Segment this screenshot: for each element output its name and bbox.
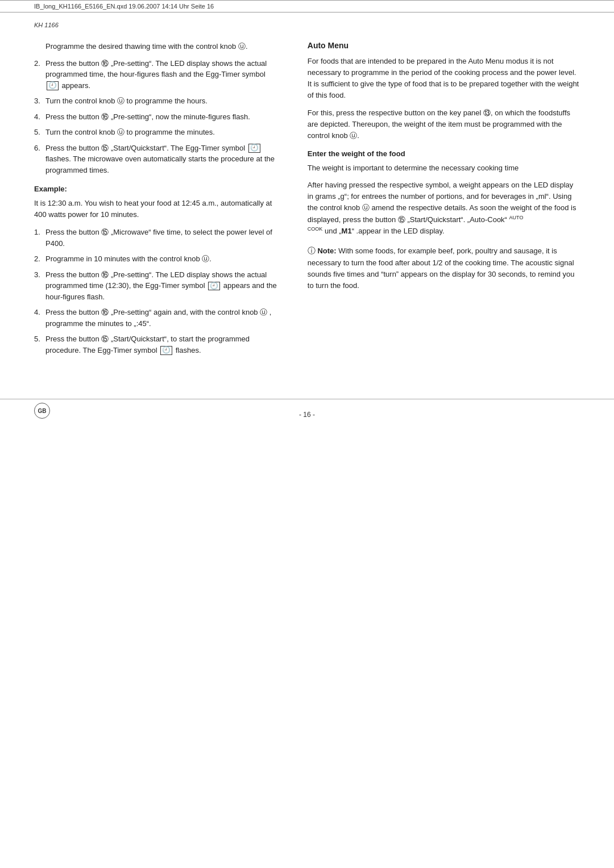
panel-ref: ⑬: [483, 108, 491, 117]
list-item: 6. Press the button ⑮ „Start/Quickstart“…: [34, 143, 279, 176]
step-num: 1.: [34, 227, 40, 238]
content-area: Programme the desired thawing time with …: [0, 30, 614, 376]
list-item: 4. Press the button ⑯ „Pre-setting“ agai…: [34, 307, 279, 329]
step-num: 2.: [34, 58, 40, 69]
egg-timer-symbol: 🕘: [160, 346, 172, 354]
egg-timer-symbol: 🕘: [248, 144, 260, 152]
enter-weight-body2: After having pressed the respective symb…: [308, 180, 580, 237]
bottom-area: GB - 16 -: [0, 399, 614, 430]
enter-weight-body1: The weight is important to determine the…: [308, 162, 580, 174]
auto-menu-body2: For this, press the respective button on…: [308, 107, 580, 141]
list-item: 3. Turn the control knob ⓤ to programme …: [34, 95, 279, 107]
list-item: 2. Press the button ⑯ „Pre-setting“. The…: [34, 58, 279, 91]
control-knob-ref-intro: ⓤ: [238, 42, 246, 51]
header-text: IB_long_KH1166_E5166_EN.qxd 19.06.2007 1…: [34, 3, 214, 10]
step-num: 5.: [34, 333, 40, 345]
step-num: 4.: [34, 307, 40, 318]
step-num: 3.: [34, 95, 40, 107]
gb-badge: GB: [34, 403, 50, 419]
page-number: - 16 -: [299, 411, 315, 419]
knob-ref: ⓤ: [117, 97, 125, 105]
note-block: ⓘ Note: With some foods, for example bee…: [308, 245, 580, 291]
step-num: 4.: [34, 111, 40, 123]
auto-menu-body1: For foods that are intended to be prepar…: [308, 56, 580, 102]
step-num: 3.: [34, 269, 40, 281]
auto-menu-title: Auto Menu: [308, 41, 580, 50]
enter-weight-heading: Enter the weight of the food: [308, 149, 580, 158]
example-text: It is 12:30 a.m. You wish to heat your f…: [34, 198, 279, 220]
step-num: 6.: [34, 143, 40, 154]
list-item: 1. Press the button ⑮ „Microwave“ five t…: [34, 227, 279, 249]
knob-ref: ⓤ: [260, 308, 267, 316]
list-item: 3. Press the button ⑯ „Pre-setting“. The…: [34, 269, 279, 303]
page-label: KH 1166: [0, 18, 614, 30]
note-label: Note:: [317, 247, 336, 255]
knob-ref: ⓤ: [350, 131, 357, 140]
list-item: 5. Turn the control knob ⓤ to programme …: [34, 127, 279, 138]
button-ref: ⑯: [101, 270, 109, 279]
main-steps-list: 2. Press the button ⑯ „Pre-setting“. The…: [34, 58, 279, 176]
list-item: 5. Press the button ⑮ „Start/Quickstart“…: [34, 333, 279, 356]
egg-timer-symbol: 🕘: [208, 282, 220, 290]
button-ref: ⑯: [101, 308, 109, 316]
note-icon: ⓘ: [308, 246, 316, 255]
knob-ref: ⓤ: [117, 128, 125, 136]
left-column: Programme the desired thawing time with …: [34, 41, 296, 365]
right-column: Auto Menu For foods that are intended to…: [296, 41, 580, 365]
list-item: 4. Press the button ⑯ „Pre-setting“, now…: [34, 111, 279, 123]
auto-cook-super: AUTOCOOK: [308, 215, 524, 232]
example-heading: Example:: [34, 185, 279, 193]
egg-timer-symbol: 🕘: [47, 81, 59, 90]
example-steps-list: 1. Press the button ⑮ „Microwave“ five t…: [34, 227, 279, 356]
intro-text: Programme the desired thawing time with …: [45, 41, 279, 52]
list-item: 2. Programme in 10 minutes with the cont…: [34, 253, 279, 265]
page: IB_long_KH1166_E5166_EN.qxd 19.06.2007 1…: [0, 0, 614, 868]
step-num: 5.: [34, 127, 40, 138]
button-ref: ⑮: [398, 215, 405, 224]
button-ref: ⑯: [101, 59, 109, 68]
button-ref: ⑮: [101, 144, 109, 152]
button-ref: ⑯: [101, 112, 109, 121]
knob-ref: ⓤ: [202, 254, 209, 263]
button-ref: ⑮: [101, 335, 109, 343]
header-bar: IB_long_KH1166_E5166_EN.qxd 19.06.2007 1…: [0, 0, 614, 12]
knob-ref: ⓤ: [362, 203, 370, 212]
button-ref: ⑮: [101, 228, 109, 236]
step-num: 2.: [34, 253, 40, 265]
m1-label: M1: [342, 227, 352, 235]
